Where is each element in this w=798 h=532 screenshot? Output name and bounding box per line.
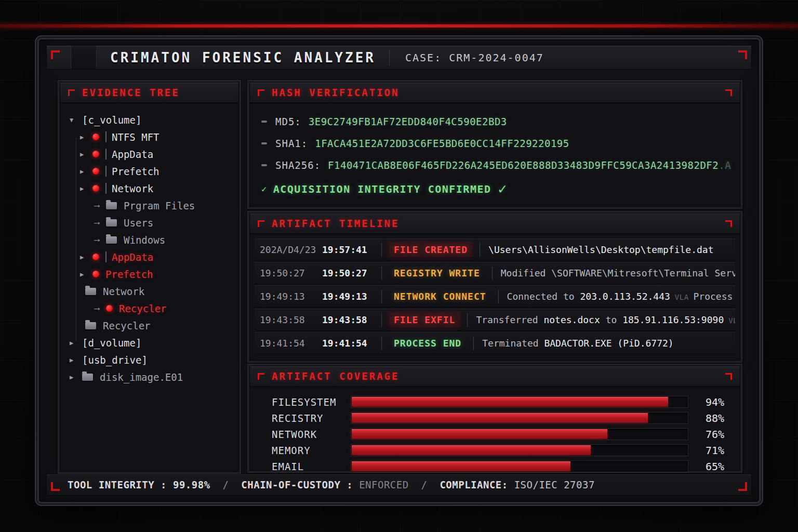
folder-icon <box>85 322 96 329</box>
column-divider <box>381 337 382 350</box>
timeline-row-file-exfil[interactable]: 19:43:5819:43:58FILE EXFILTransferred no… <box>255 309 735 331</box>
cursor-bar <box>105 166 107 177</box>
coverage-category-label: NETWORK <box>272 429 351 440</box>
coverage-row-network: NETWORK76% <box>250 426 740 442</box>
caret-right-icon: ▶ <box>80 134 92 141</box>
timeline-date: 19:41:54 <box>260 338 322 349</box>
cursor-bar <box>105 251 107 262</box>
tree-item-windows[interactable]: →Windows <box>60 231 238 248</box>
title-bar: CRIMATON FORENSIC ANALYZER CASE: CRM-202… <box>46 45 752 70</box>
column-divider <box>381 267 382 280</box>
hash-value-faint: .A <box>719 159 731 171</box>
column-divider <box>381 313 382 327</box>
hash-algorithm-label: MD5: <box>275 116 301 127</box>
tree-item-label: Recycler <box>103 320 151 331</box>
artifact-coverage-panel: ARTIFACT COVERAGE FILESYSTEM94%RECISTRY8… <box>249 366 740 471</box>
tree-item-label: Prgram Files <box>124 200 195 211</box>
app-title: CRIMATON FORENSIC ANALYZER <box>97 50 389 65</box>
tree-item-prefetch[interactable]: ▶Prefetch <box>60 265 238 283</box>
caret-right-icon: ▶ <box>70 339 82 347</box>
caret-right-icon: ▶ <box>80 271 92 278</box>
coverage-category-label: MEMORY <box>272 445 351 456</box>
status-segment: COMPLIANCE: <box>440 479 508 490</box>
timeline-body: 202A/D4/2319:57:41FILE CREATED\Users\All… <box>250 234 740 354</box>
evidence-tree-panel: EVIDENCE TREE ▼[c_volume]▶NTFS MFT▶AppDa… <box>60 82 239 472</box>
integrity-status: ✓ ACQUISITION INTEGRITY CONFIRMED ✓ <box>261 180 740 197</box>
panel-bracket-icon <box>725 89 732 96</box>
dash-bullet-icon <box>261 164 267 166</box>
tree-item-network[interactable]: ▶Network <box>60 180 238 197</box>
caret-right-icon: ▶ <box>80 168 92 175</box>
status-segment: / <box>210 479 242 490</box>
description-segment: Connected to <box>507 291 580 302</box>
coverage-bar-track <box>351 444 688 456</box>
timeline-description: \Users\AllisonWells\Desktop\tempfile.dat <box>488 244 713 255</box>
tree-item-c-volume[interactable]: ▼[c_volume] <box>60 111 238 128</box>
corner-bracket-icon <box>738 50 747 59</box>
coverage-category-label: FILESYSTEM <box>272 396 351 408</box>
timeline-row-registry-write[interactable]: 19:50:2719:50:27REGISTRY WRITEModified \… <box>255 262 735 284</box>
tree-item-ntfs-mft[interactable]: ▶NTFS MFT <box>60 128 238 145</box>
tree-item-recycler[interactable]: Recycler <box>60 317 238 334</box>
timeline-date: 202A/D4/23 <box>260 244 322 255</box>
column-divider <box>467 313 468 327</box>
caret-right-icon: ▶ <box>80 254 92 261</box>
tree-item-recycler[interactable]: →Recycler <box>60 300 238 317</box>
description-segment: Terminated <box>482 338 544 349</box>
folder-icon <box>106 202 117 209</box>
evidence-tree-title: EVIDENCE TREE <box>82 87 180 98</box>
integrity-status-text: ACQUISITION INTEGRITY CONFIRMED <box>273 183 491 195</box>
panel-bracket-icon <box>258 373 264 380</box>
coverage-row-email: EMAIL65% <box>250 458 740 474</box>
tree-item-prgram-files[interactable]: →Prgram Files <box>60 197 238 214</box>
timeline-row-process-end[interactable]: 19:41:5419:41:54PROCESS ENDTerminated BA… <box>255 332 735 354</box>
timeline-panel-header: ARTIFACT TIMELINE <box>250 214 740 234</box>
cursor-bar <box>105 131 107 142</box>
status-segment: ENFORCED <box>359 479 409 490</box>
tree-item-label: disk_image.E01 <box>100 371 183 383</box>
description-segment: notes.docx <box>543 314 600 325</box>
tree-item-disk-image-e01[interactable]: ▶disk_image.E01 <box>60 368 238 385</box>
column-divider <box>473 337 474 350</box>
coverage-row-recistry: RECISTRY88% <box>250 410 740 426</box>
tree-item-label: Prefetch <box>105 269 153 280</box>
tree-item-appdata[interactable]: ▶AppData <box>60 145 238 163</box>
status-segment: CHAIN-OF-CUSTODY : <box>241 479 359 490</box>
timeline-description: Connected to 203.0.113.52.443 VLA Proces… <box>507 291 735 302</box>
timeline-description: Terminated BADACTOR.EXE (PiD.6772) <box>482 338 673 349</box>
timeline-row-network-connect[interactable]: 19:49:1319:49:13NETWORK CONNECTConnected… <box>255 285 735 308</box>
tree-item-network[interactable]: Network <box>60 283 238 300</box>
tree-item-d-volume[interactable]: ▶[d_volume] <box>60 334 238 351</box>
tree-item-users[interactable]: →Users <box>60 214 238 231</box>
evidence-flag-dot-icon <box>92 185 99 192</box>
artifact-timeline-panel: ARTIFACT TIMELINE 202A/D4/2319:57:41FILE… <box>249 213 740 361</box>
hash-panel-title: HASH VERIFICATION <box>272 87 399 98</box>
timeline-time: 19:41:54 <box>322 338 374 349</box>
tree-item-appdata[interactable]: ▶AppData <box>60 248 238 265</box>
description-segment: BADACTOR.EXE (PiD.6772) <box>544 338 673 349</box>
hash-algorithm-label: SHA1: <box>275 138 308 149</box>
cursor-bar <box>105 183 107 194</box>
timeline-description: Modified \SOFTWARE\Mitresoft\Terminal Se… <box>501 268 735 278</box>
folder-icon <box>106 219 117 227</box>
coverage-panel-header: ARTIFACT COVERAGE <box>250 366 740 387</box>
coverage-bar-track <box>351 412 688 424</box>
evidence-tree-body: ▼[c_volume]▶NTFS MFT▶AppData▶Prefetch▶Ne… <box>60 103 238 385</box>
corner-bracket-icon <box>738 482 747 491</box>
tree-item-usb-drive[interactable]: ▶[usb_drive] <box>60 351 238 368</box>
description-segment: 185.91.116.53:9090 <box>622 314 724 325</box>
titlebar-segment <box>71 46 97 69</box>
coverage-percent-value: 71% <box>706 444 724 457</box>
coverage-percent-value: 65% <box>706 460 724 473</box>
tree-item-label: Network <box>103 286 144 297</box>
tree-item-prefetch[interactable]: ▶Prefetch <box>60 163 238 180</box>
coverage-bar-fill <box>352 429 607 439</box>
column-divider <box>381 243 382 257</box>
panel-bracket-icon <box>258 89 264 96</box>
column-divider <box>480 243 480 257</box>
coverage-body: FILESYSTEM94%RECISTRY88%NETWORK76%MEMORY… <box>250 387 740 474</box>
timeline-row-file-created[interactable]: 202A/D4/2319:57:41FILE CREATED\Users\All… <box>255 238 735 261</box>
timeline-time: 19:57:41 <box>322 244 374 255</box>
coverage-bar-fill <box>352 461 570 471</box>
tree-connector-arrow-icon: → <box>94 304 111 313</box>
